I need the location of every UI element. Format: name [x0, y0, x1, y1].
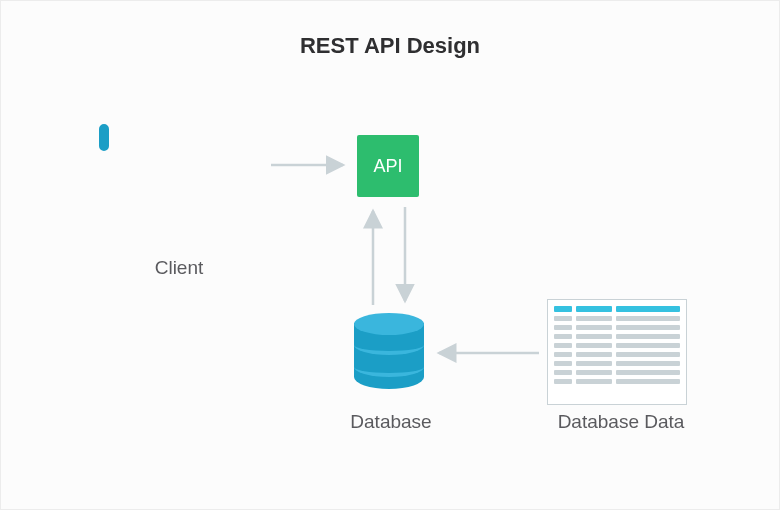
- api-node: API: [357, 135, 419, 197]
- client-label: Client: [99, 257, 259, 279]
- database-label: Database: [321, 411, 461, 433]
- laptop-icon: [99, 129, 109, 146]
- database-data-node: [547, 299, 687, 405]
- diagram-stage: REST API Design Client API Database: [0, 0, 780, 510]
- diagram-title: REST API Design: [1, 33, 779, 59]
- api-label: API: [373, 156, 402, 177]
- table-icon: [554, 306, 680, 398]
- client-node: [99, 129, 259, 147]
- arrows-layer: [1, 1, 780, 510]
- database-data-label: Database Data: [541, 411, 701, 433]
- database-node: [354, 313, 424, 399]
